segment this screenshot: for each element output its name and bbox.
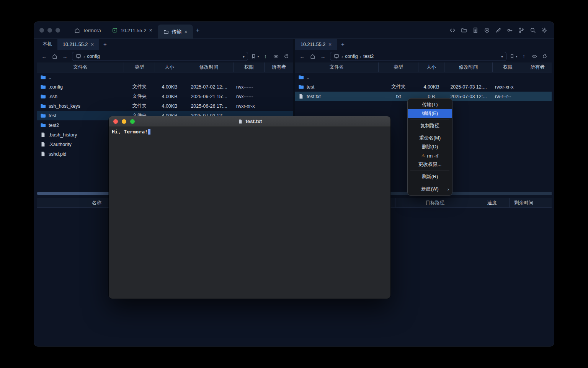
close-icon[interactable] bbox=[328, 42, 332, 47]
zoom-window-button[interactable] bbox=[56, 28, 60, 33]
file-name: .ssh bbox=[49, 94, 57, 99]
transfer-column-eta[interactable]: 剩余时间 bbox=[510, 198, 538, 207]
breadcrumb-segment[interactable]: config bbox=[345, 54, 358, 59]
file-icon bbox=[237, 118, 243, 125]
code-icon[interactable] bbox=[449, 27, 456, 34]
transfer-column-target-path[interactable]: 目标路径 bbox=[395, 198, 475, 207]
column-header-type[interactable]: 类型 bbox=[124, 62, 155, 72]
panel-tab-host[interactable]: 10.211.55.2 bbox=[57, 39, 99, 50]
menu-item-change-permissions[interactable]: 更改权限... bbox=[408, 160, 452, 169]
file-row[interactable]: .config 文件夹 4.00KB 2025-07-02 12:... rwx… bbox=[37, 82, 293, 92]
file-row-parent[interactable]: .. bbox=[37, 72, 293, 82]
computer-icon bbox=[333, 53, 340, 59]
record-icon[interactable] bbox=[483, 27, 490, 34]
chevron-down-icon[interactable] bbox=[243, 54, 245, 59]
menu-item-rm-rf[interactable]: rm -rf bbox=[408, 151, 452, 160]
close-icon[interactable] bbox=[149, 28, 152, 33]
chevron-down-icon[interactable] bbox=[501, 54, 503, 59]
menu-separator bbox=[410, 132, 449, 132]
column-header-mtime[interactable]: 修改时间 bbox=[444, 62, 493, 72]
refresh-button[interactable] bbox=[540, 52, 549, 61]
back-button[interactable] bbox=[39, 52, 49, 61]
column-header-name[interactable]: 文件名 bbox=[37, 62, 124, 72]
forward-button[interactable] bbox=[60, 52, 70, 61]
breadcrumb-segment[interactable]: test2 bbox=[363, 54, 374, 59]
right-panel-tab-bar: 10.211.55.2 + bbox=[295, 39, 552, 50]
chevron-down-icon bbox=[516, 55, 517, 58]
column-header-size[interactable]: 大小 bbox=[155, 62, 184, 72]
show-hidden-eye-button[interactable] bbox=[529, 52, 539, 61]
file-name: .Xauthority bbox=[49, 142, 72, 147]
column-header-perm[interactable]: 权限 bbox=[493, 62, 523, 72]
new-panel-tab-button[interactable]: + bbox=[99, 39, 111, 50]
tab-label: 10.211.55.2 bbox=[121, 28, 147, 33]
menu-item-rename[interactable]: 重命名(M) bbox=[408, 134, 452, 143]
tab-termora-home[interactable]: Termora bbox=[69, 22, 106, 39]
submenu-chevron-icon bbox=[448, 186, 449, 192]
transfer-column-spacer bbox=[538, 198, 552, 207]
column-header-size[interactable]: 大小 bbox=[418, 62, 444, 72]
chevron-right-icon bbox=[341, 54, 343, 59]
tab-host-10-211-55-2[interactable]: 10.211.55.2 bbox=[106, 22, 158, 39]
file-row[interactable]: .ssh 文件夹 4.00KB 2025-06-21 15:... rwx---… bbox=[37, 92, 293, 101]
close-window-button[interactable] bbox=[39, 28, 44, 33]
log-icon[interactable] bbox=[472, 27, 479, 34]
left-panel-tab-bar: 本机 10.211.55.2 + bbox=[37, 39, 293, 50]
home-button[interactable] bbox=[50, 52, 59, 61]
breadcrumb-segment[interactable]: config bbox=[87, 54, 100, 59]
search-icon[interactable] bbox=[529, 27, 536, 34]
menu-item-new[interactable]: 新建(W) bbox=[408, 185, 452, 194]
minimize-window-button[interactable] bbox=[122, 119, 126, 124]
menu-item-transfer[interactable]: 传输(T) bbox=[408, 100, 452, 109]
menu-item-refresh[interactable]: 刷新(R) bbox=[408, 172, 452, 181]
menu-item-edit[interactable]: 编辑(E) bbox=[408, 109, 452, 118]
column-header-owner[interactable]: 所有者 bbox=[523, 62, 552, 72]
forward-button[interactable] bbox=[318, 52, 328, 61]
editor-content[interactable]: Hi, Termora! bbox=[109, 127, 390, 299]
file-name: sshd.pid bbox=[49, 151, 67, 157]
file-name: test.txt bbox=[307, 94, 321, 99]
parent-directory-button[interactable] bbox=[261, 52, 270, 61]
settings-gear-icon[interactable] bbox=[541, 27, 548, 34]
minimize-window-button[interactable] bbox=[47, 28, 52, 33]
key-icon[interactable] bbox=[506, 27, 513, 34]
bookmark-button[interactable] bbox=[509, 52, 518, 61]
transfer-column-speed[interactable]: 速度 bbox=[475, 198, 510, 207]
close-icon[interactable] bbox=[185, 29, 188, 34]
menu-item-delete[interactable]: 删除(D) bbox=[408, 143, 452, 151]
close-window-button[interactable] bbox=[113, 119, 118, 124]
column-header-name[interactable]: 文件名 bbox=[295, 62, 379, 72]
column-header-type[interactable]: 类型 bbox=[379, 62, 418, 72]
file-name: .. bbox=[307, 75, 309, 80]
new-tab-button[interactable]: + bbox=[193, 22, 203, 39]
path-breadcrumb-field[interactable]: config test2 bbox=[330, 52, 506, 61]
home-button[interactable] bbox=[308, 52, 317, 61]
edit-icon[interactable] bbox=[495, 27, 502, 34]
folder-icon[interactable] bbox=[461, 27, 467, 34]
new-panel-tab-button[interactable]: + bbox=[337, 39, 348, 50]
editor-titlebar[interactable]: test.txt bbox=[109, 116, 390, 127]
zoom-window-button[interactable] bbox=[130, 119, 135, 124]
file-row-parent[interactable]: .. bbox=[295, 72, 552, 82]
column-header-owner[interactable]: 所有者 bbox=[265, 62, 293, 72]
tab-transfer[interactable]: 传输 bbox=[158, 25, 193, 39]
parent-directory-button[interactable] bbox=[519, 52, 529, 61]
column-header-mtime[interactable]: 修改时间 bbox=[184, 62, 234, 72]
show-hidden-eye-button[interactable] bbox=[271, 52, 281, 61]
bookmark-button[interactable] bbox=[250, 52, 260, 61]
column-header-perm[interactable]: 权限 bbox=[234, 62, 265, 72]
file-row[interactable]: test 文件夹 4.00KB 2025-07-03 12:... rwxr-x… bbox=[295, 82, 552, 92]
file-row[interactable]: ssh_host_keys 文件夹 4.00KB 2025-06-26 17:.… bbox=[37, 101, 293, 111]
branch-icon[interactable] bbox=[518, 27, 525, 34]
chevron-right-icon bbox=[360, 54, 361, 59]
folder-icon bbox=[163, 29, 169, 35]
file-icon bbox=[40, 132, 46, 138]
tab-label: 传输 bbox=[172, 28, 182, 35]
path-breadcrumb-field[interactable]: config bbox=[72, 52, 248, 61]
menu-item-copy-path[interactable]: 复制路径 bbox=[408, 122, 452, 130]
panel-tab-local[interactable]: 本机 bbox=[37, 39, 57, 50]
refresh-button[interactable] bbox=[281, 52, 291, 61]
close-icon[interactable] bbox=[91, 42, 94, 47]
back-button[interactable] bbox=[297, 52, 307, 61]
panel-tab-host[interactable]: 10.211.55.2 bbox=[295, 39, 337, 50]
